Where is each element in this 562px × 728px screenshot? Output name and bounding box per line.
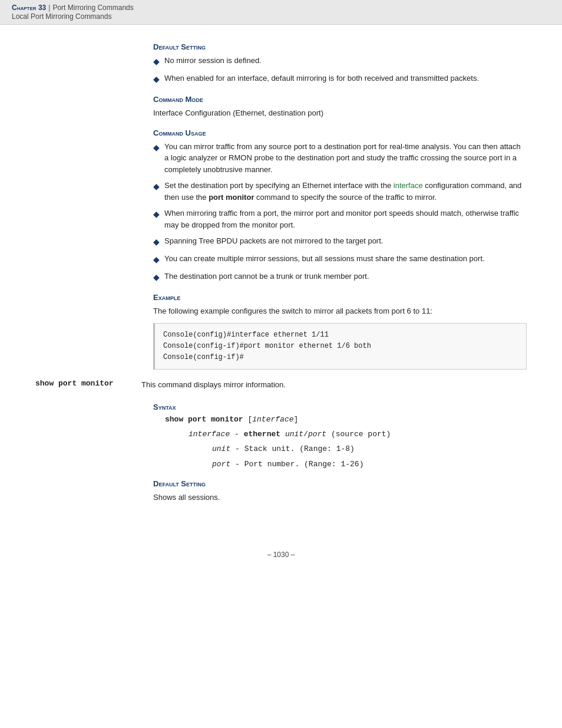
unit-text: Stack unit. (Range: 1-8) (244, 444, 355, 453)
list-item: ◆ No mirror session is defined. (153, 55, 527, 68)
header-sub-section: Local Port Mirroring Commands (12, 12, 550, 21)
example-heading: Example (153, 293, 527, 302)
header-bar: Chapter 33 | Port Mirroring Commands Loc… (0, 0, 562, 25)
list-item: ◆ Set the destination port by specifying… (153, 180, 527, 203)
bullet-diamond: ◆ (153, 253, 160, 266)
page-content: Default Setting ◆ No mirror session is d… (0, 25, 562, 539)
command-usage-list: ◆ You can mirror traffic from any source… (153, 141, 527, 284)
unit-label: unit (212, 444, 230, 453)
interface-param-row: interface - ethernet unit/port (source p… (189, 429, 527, 440)
chapter-label: Chapter 33 (12, 4, 46, 12)
bullet-diamond: ◆ (153, 141, 160, 154)
usage-bullet-5: You can create multiple mirror sessions,… (164, 253, 485, 265)
page-number: – 1030 – (267, 551, 295, 559)
command-mode-block: Command Mode Interface Configuration (Et… (153, 95, 527, 119)
port-dash: - (235, 460, 244, 469)
unit-dash: - (235, 444, 244, 453)
example-intro: The following example configures the swi… (153, 305, 527, 317)
code-line-3: Console(config-if)# (163, 352, 518, 363)
show-port-monitor-command: show port monitor (35, 379, 130, 388)
default-setting-heading: Default Setting (153, 42, 527, 51)
bullet-diamond: ◆ (153, 208, 160, 220)
command-mode-text: Interface Configuration (Ethernet, desti… (153, 107, 527, 119)
command-usage-heading: Command Usage (153, 129, 527, 137)
command-inline-row: show port monitor This command displays … (35, 379, 527, 391)
syntax-main-line: show port monitor [interface] (165, 415, 527, 424)
example-block: Example The following example configures… (153, 293, 527, 370)
usage-bullet-2: Set the destination port by specifying a… (164, 180, 527, 203)
header-chapter-title: Port Mirroring Commands (52, 4, 133, 12)
spm-default-setting-text: Shows all sessions. (153, 492, 527, 503)
syntax-content: show port monitor [interface] interface … (165, 415, 527, 470)
syntax-param: interface (252, 415, 293, 424)
code-line-1: Console(config)#interface ethernet 1/11 (163, 330, 518, 341)
port-label: port (212, 460, 230, 469)
command-mode-heading: Command Mode (153, 95, 527, 104)
syntax-block: Syntax show port monitor [interface] int… (153, 403, 527, 503)
usage-bullet-4: Spanning Tree BPDU packets are not mirro… (164, 235, 383, 247)
list-item: ◆ Spanning Tree BPDU packets are not mir… (153, 235, 527, 248)
usage-bullet-3: When mirroring traffic from a port, the … (164, 207, 527, 230)
bullet-diamond: ◆ (153, 55, 160, 68)
code-line-2: Console(config-if)#port monitor ethernet… (163, 341, 518, 352)
port-monitor-bold: port monitor (209, 193, 254, 202)
bullet-diamond: ◆ (153, 180, 160, 193)
port-param-row: port - Port number. (Range: 1-26) (212, 459, 527, 470)
header-chapter-line: Chapter 33 | Port Mirroring Commands (12, 4, 550, 12)
unit-param-row: unit - Stack unit. (Range: 1-8) (212, 443, 527, 455)
list-item: ◆ You can mirror traffic from any source… (153, 141, 527, 176)
interface-ethernet-bold: ethernet (244, 430, 280, 439)
page-footer: – 1030 – (0, 539, 562, 571)
bullet-diamond: ◆ (153, 271, 160, 284)
syntax-heading: Syntax (153, 403, 527, 411)
syntax-bracket-close: ] (293, 415, 298, 424)
default-setting-bullet-1: No mirror session is defined. (164, 55, 262, 67)
list-item: ◆ When enabled for an interface, default… (153, 73, 527, 85)
command-usage-block: Command Usage ◆ You can mirror traffic f… (153, 129, 527, 284)
spm-default-setting-block: Default Setting Shows all sessions. (153, 479, 527, 503)
interface-dash: - (234, 430, 244, 439)
port-text: Port number. (Range: 1-26) (244, 460, 364, 469)
interface-port-italic: port (308, 430, 326, 439)
code-block: Console(config)#interface ethernet 1/11 … (153, 323, 527, 370)
default-setting-block: Default Setting ◆ No mirror session is d… (153, 42, 527, 85)
usage-bullet-1: You can mirror traffic from any source p… (164, 141, 527, 176)
usage-bullet-6: The destination port cannot be a trunk o… (164, 271, 369, 282)
interface-unit-italic: unit (285, 430, 303, 439)
default-setting-bullet-2: When enabled for an interface, default m… (164, 73, 479, 84)
list-item: ◆ When mirroring traffic from a port, th… (153, 207, 527, 230)
header-pipe: | (48, 4, 50, 12)
interface-slash: / (303, 430, 308, 439)
show-port-monitor-desc: This command displays mirror information… (141, 379, 286, 391)
interface-link[interactable]: interface (394, 181, 423, 190)
default-setting-list: ◆ No mirror session is defined. ◆ When e… (153, 55, 527, 85)
bullet-diamond: ◆ (153, 73, 160, 85)
spm-default-setting-heading: Default Setting (153, 479, 527, 488)
interface-param-label: interface (189, 430, 230, 439)
list-item: ◆ The destination port cannot be a trunk… (153, 271, 527, 284)
bullet-diamond: ◆ (153, 236, 160, 248)
syntax-cmd-bold: show port monitor (165, 415, 243, 424)
list-item: ◆ You can create multiple mirror session… (153, 253, 527, 266)
show-port-monitor-section: show port monitor This command displays … (35, 379, 527, 503)
interface-source: (source port) (331, 430, 391, 439)
